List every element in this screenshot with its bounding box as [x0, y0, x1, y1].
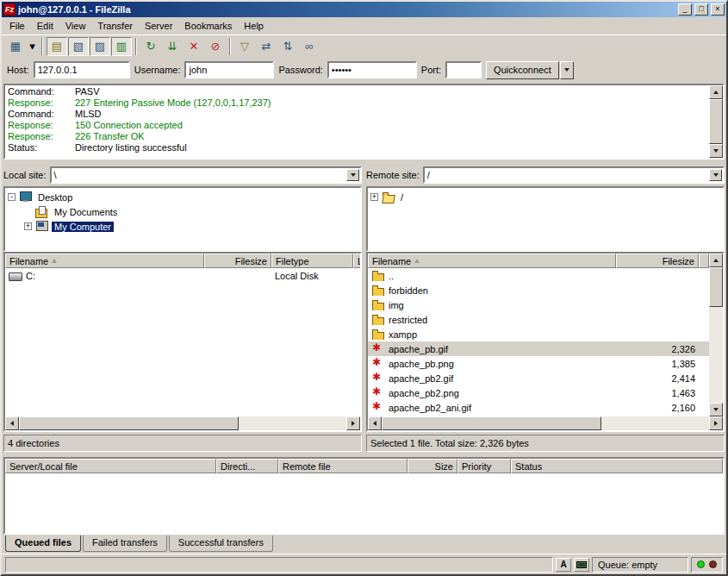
find-files-icon[interactable]: ∞: [299, 37, 320, 56]
collapse-icon[interactable]: -: [8, 193, 16, 201]
horizontal-splitter[interactable]: [2, 160, 726, 164]
menu-transfer[interactable]: Transfer: [91, 18, 139, 34]
tab-queued-files[interactable]: Queued files: [5, 535, 81, 552]
quickconnect-dropdown-button[interactable]: [560, 61, 574, 79]
scroll-down-icon[interactable]: [709, 403, 723, 416]
username-input[interactable]: [184, 61, 274, 78]
toolbar-separator[interactable]: [41, 38, 43, 55]
scrollbar-thumb[interactable]: [709, 99, 723, 144]
column-filler[interactable]: [699, 254, 709, 268]
expand-icon[interactable]: +: [24, 222, 32, 230]
cancel-operation-icon[interactable]: ✕: [184, 37, 204, 56]
column-filename[interactable]: Filename: [5, 254, 204, 268]
menu-edit[interactable]: Edit: [31, 18, 59, 34]
menu-bookmarks[interactable]: Bookmarks: [178, 18, 238, 34]
column-status[interactable]: Status: [511, 459, 723, 473]
toolbar-separator[interactable]: [135, 38, 137, 55]
file-row[interactable]: apache_pb2_ani.gif 2,160: [368, 400, 709, 415]
file-row[interactable]: apache_pb.gif 2,326: [368, 341, 709, 356]
queue-splitter[interactable]: [2, 452, 726, 455]
tree-item-my-computer[interactable]: + My Computer: [7, 219, 358, 234]
maximize-button[interactable]: □: [694, 3, 708, 16]
filter-icon[interactable]: ▽: [234, 37, 255, 56]
file-row[interactable]: forbidden: [368, 283, 709, 297]
remote-horizontal-scrollbar[interactable]: [368, 416, 723, 430]
menu-server[interactable]: Server: [139, 18, 178, 34]
site-manager-icon[interactable]: ▦: [5, 37, 26, 56]
host-input[interactable]: [34, 61, 130, 78]
column-filetype[interactable]: Filetype: [271, 254, 353, 268]
queue-body[interactable]: [5, 473, 723, 533]
data-type-indicator-icon[interactable]: A: [556, 558, 571, 572]
titlebar[interactable]: Fz john@127.0.0.1 - FileZilla _ □ ×: [2, 2, 726, 17]
combo-dropdown-icon[interactable]: [346, 169, 359, 181]
directory-comparison-icon[interactable]: ⇄: [256, 37, 277, 56]
combo-dropdown-icon[interactable]: [709, 169, 722, 181]
toolbar-separator[interactable]: [229, 38, 231, 55]
menu-help[interactable]: Help: [238, 18, 270, 34]
column-size[interactable]: Size: [408, 459, 457, 473]
file-row[interactable]: img: [368, 297, 709, 312]
password-input[interactable]: [327, 61, 417, 78]
tab-successful-transfers[interactable]: Successful transfers: [169, 535, 273, 552]
scroll-down-icon[interactable]: [709, 144, 723, 158]
local-directory-tree[interactable]: - Desktop My Documents + My Computer: [3, 186, 362, 252]
quickconnect-button[interactable]: Quickconnect: [486, 61, 559, 79]
tree-item-desktop[interactable]: - Desktop: [7, 190, 358, 204]
scrollbar-thumb[interactable]: [709, 267, 723, 307]
scrollbar-thumb[interactable]: [382, 416, 601, 430]
column-filename[interactable]: Filename: [368, 254, 616, 268]
column-last-modified[interactable]: L: [353, 254, 360, 268]
scroll-left-icon[interactable]: [368, 416, 382, 430]
remote-directory-tree[interactable]: + /: [366, 186, 725, 252]
column-remote-file[interactable]: Remote file: [278, 459, 408, 473]
file-row[interactable]: xampp: [368, 327, 709, 341]
process-queue-icon[interactable]: ⇊: [162, 37, 183, 56]
message-log-lines[interactable]: Command:PASV Response:227 Entering Passi…: [5, 85, 709, 158]
close-button[interactable]: ×: [711, 3, 725, 16]
menu-view[interactable]: View: [59, 18, 92, 34]
remote-tree-toggle-icon[interactable]: ▨: [90, 37, 110, 56]
my-documents-icon: [35, 206, 49, 217]
scroll-up-icon[interactable]: [709, 85, 723, 99]
synchronized-browsing-icon[interactable]: ⇅: [277, 37, 298, 56]
menu-file[interactable]: File: [3, 18, 31, 34]
log-scrollbar[interactable]: [709, 85, 723, 158]
tab-failed-transfers[interactable]: Failed transfers: [83, 535, 167, 552]
file-row[interactable]: ..: [368, 268, 709, 283]
file-icon: [371, 387, 385, 398]
refresh-icon[interactable]: ↻: [140, 37, 161, 56]
scrollbar-thumb[interactable]: [19, 416, 239, 430]
local-site-combo[interactable]: \: [50, 166, 362, 184]
scroll-left-icon[interactable]: [5, 416, 19, 430]
scroll-up-icon[interactable]: [709, 254, 723, 267]
remote-site-combo[interactable]: /: [423, 166, 725, 184]
port-input[interactable]: [445, 61, 482, 78]
minimize-button[interactable]: _: [678, 3, 692, 16]
file-row[interactable]: restricted: [368, 312, 709, 327]
tree-item-my-documents[interactable]: My Documents: [7, 204, 358, 219]
disconnect-icon[interactable]: ⊘: [205, 37, 226, 56]
remote-vertical-scrollbar[interactable]: [709, 254, 723, 416]
scroll-right-icon[interactable]: [709, 416, 723, 430]
scroll-right-icon[interactable]: [346, 416, 360, 430]
local-horizontal-scrollbar[interactable]: [5, 416, 360, 430]
file-row[interactable]: apache_pb2.gif 2,414: [368, 371, 709, 385]
column-priority[interactable]: Priority: [457, 459, 511, 473]
local-tree-toggle-icon[interactable]: ▧: [68, 37, 89, 56]
remote-file-list[interactable]: .. forbidden: [368, 268, 709, 416]
file-row[interactable]: apache_pb.png 1,385: [368, 356, 709, 371]
file-row[interactable]: C: Local Disk: [5, 268, 360, 283]
tree-item-root[interactable]: + /: [370, 190, 721, 204]
local-file-list[interactable]: C: Local Disk: [5, 268, 360, 416]
column-filesize[interactable]: Filesize: [204, 254, 271, 268]
message-log-toggle-icon[interactable]: ▤: [47, 37, 67, 56]
speed-limits-icon[interactable]: [574, 558, 589, 572]
column-direction[interactable]: Directi...: [216, 459, 278, 473]
column-server-local-file[interactable]: Server/Local file: [5, 459, 216, 473]
column-filesize[interactable]: Filesize: [616, 254, 699, 268]
transfer-queue-toggle-icon[interactable]: ▥: [111, 37, 132, 56]
expand-icon[interactable]: +: [370, 193, 378, 201]
site-manager-dropdown-icon[interactable]: ▾: [27, 37, 38, 56]
file-row[interactable]: apache_pb2.png 1,463: [368, 385, 709, 400]
